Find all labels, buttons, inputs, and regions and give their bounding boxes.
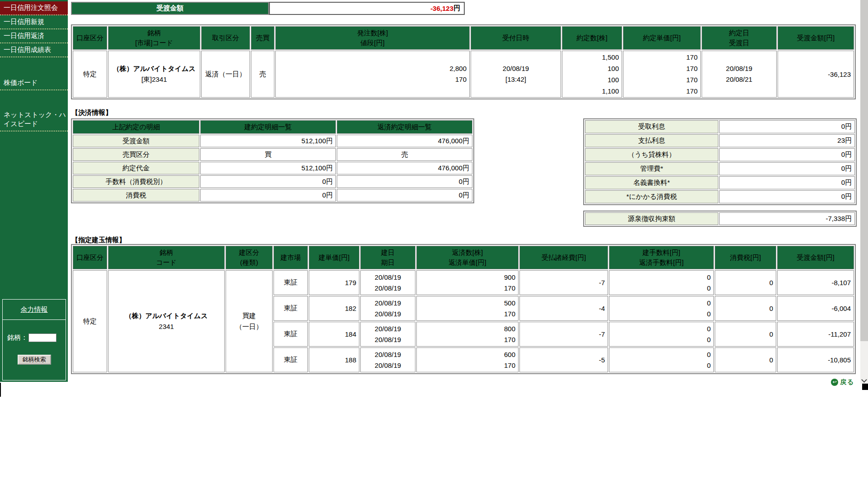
vertical-scrollbar[interactable] [860, 0, 868, 384]
margin-power-box: 余力情報 銘柄： 銘柄検索 [2, 299, 66, 380]
symbol-search-button[interactable]: 銘柄検索 [18, 355, 51, 365]
sidebar-item-label: 株価ボード [4, 79, 38, 86]
cell-open-type: 買建 （一日） [226, 270, 273, 372]
col-header-account: 口座区分 [73, 26, 107, 50]
table-row: *にかかる消費税 0円 [585, 190, 855, 203]
order-table-header-row: 口座区分 銘柄 [市場]コード 取引区分 売買 発注数[株] 値段[円] 受付日… [73, 26, 854, 50]
sidebar-item-stock-board[interactable]: 株価ボード [0, 76, 68, 90]
sidebar-item-label: 一日信用新規 [4, 18, 44, 25]
return-arrow-icon: ↩ [831, 379, 838, 386]
sidebar-item-label: 一日信用成績表 [4, 46, 51, 53]
settlement-amount-number: -36,123 [430, 5, 453, 12]
settlement-section-title: 【決済情報】 [71, 108, 112, 117]
table-row: 売買区分 買 売 [73, 148, 472, 161]
cell-account: 特定 [73, 270, 107, 372]
symbol-label: 銘柄： [7, 333, 28, 342]
sidebar-item-day-margin-repay[interactable]: 一日信用返済 [0, 29, 68, 43]
cell-side: 売 [251, 51, 274, 98]
cell-accepted: 20/08/19 [13:42] [471, 51, 561, 98]
col-header-trade-type: 取引区分 [201, 26, 250, 50]
margin-power-link[interactable]: 余力情報 [21, 305, 48, 313]
col-header-dates: 約定日 受渡日 [702, 26, 777, 50]
cell-order-qty: 2,800 170 [275, 51, 470, 98]
col-header-order-qty: 発注数[株] 値段[円] [275, 26, 470, 50]
sidebar: 一日信用注文照会 一日信用新規 一日信用返済 一日信用成績表 株価ボード ネット… [0, 0, 68, 382]
settlement-header-row: 上記約定の明細 建約定明細一覧 返済約定明細一覧 [73, 120, 472, 134]
settlement-header-label: 上記約定の明細 [73, 120, 199, 134]
window-edge-artifact [0, 383, 1, 397]
sidebar-item-label: 一日信用返済 [4, 32, 44, 39]
table-row: （うち貸株料） 0円 [585, 148, 855, 161]
interest-fee-table: 受取利息 0円 支払利息 23円 （うち貸株料） 0円 管理費* 0円 名義書換… [583, 118, 857, 205]
scrollbar-thumb[interactable] [860, 0, 868, 341]
col-header-symbol: 銘柄 [市場]コード [108, 26, 200, 50]
sidebar-item-label: 一日信用注文照会 [4, 4, 58, 11]
window-corner-artifact [862, 384, 868, 390]
table-row: 源泉徴収拘束額 -7,338円 [585, 212, 855, 225]
cell-account: 特定 [73, 51, 107, 98]
settlement-amount-header: 受渡金額 [71, 2, 269, 15]
sidebar-item-day-margin-new[interactable]: 一日信用新規 [0, 15, 68, 29]
order-table-row: 特定 （株）アルバイトタイムス [東]2341 返済（一日） 売 2,800 1… [73, 51, 854, 98]
cell-trade-type: 返済（一日） [201, 51, 250, 98]
col-header-amount: 受渡金額[円] [778, 26, 854, 50]
margin-power-title: 余力情報 [3, 300, 66, 320]
settlement-amount-value: -36,123円 [269, 2, 465, 15]
sidebar-item-day-margin-order-inquiry[interactable]: 一日信用注文照会 [0, 1, 68, 15]
table-row: 受取利息 0円 [585, 120, 855, 133]
settlement-open-header: 建約定明細一覧 [200, 120, 336, 134]
withholding-table: 源泉徴収拘束額 -7,338円 [583, 211, 857, 227]
symbol-input-row: 銘柄： [7, 333, 66, 342]
order-inquiry-table: 口座区分 銘柄 [市場]コード 取引区分 売買 発注数[株] 値段[円] 受付日… [71, 24, 856, 99]
withholding-label: 源泉徴収拘束額 [585, 212, 718, 225]
col-header-side: 売買 [251, 26, 274, 50]
table-row: 消費税 0円 0円 [73, 189, 472, 202]
positions-header-row: 口座区分 銘柄 コード 建区分 (種類) 建市場 建単価[円] 建日 期日 返済… [73, 246, 854, 269]
table-row: 支払利息 23円 [585, 134, 855, 147]
cell-symbol: （株）アルバイトタイムス [東]2341 [108, 51, 200, 98]
sidebar-item-label: ネットストック・ハイスピード [4, 111, 66, 127]
back-link[interactable]: ↩ 戻る [831, 378, 854, 386]
cell-symbol: （株）アルバイトタイムス 2341 [108, 270, 225, 372]
table-row: 管理費* 0円 [585, 162, 855, 175]
withholding-value: -7,338円 [719, 212, 855, 225]
positions-table: 口座区分 銘柄 コード 建区分 (種類) 建市場 建単価[円] 建日 期日 返済… [71, 244, 856, 374]
col-header-filled-qty: 約定数[株] [562, 26, 622, 50]
cell-amount: -36,123 [778, 51, 854, 98]
sidebar-item-netstock-highspeed[interactable]: ネットストック・ハイスピード [0, 108, 68, 131]
position-row: 特定 （株）アルバイトタイムス 2341 買建 （一日） 東証 179 20/0… [73, 270, 854, 295]
symbol-input[interactable] [28, 333, 57, 342]
cell-filled-qty: 1,500 100 100 1,100 [562, 51, 622, 98]
table-row: 名義書換料* 0円 [585, 176, 855, 189]
table-row: 受渡金額 512,100円 476,000円 [73, 135, 472, 147]
col-header-fill-price: 約定単価[円] [623, 26, 701, 50]
col-header-accepted: 受付日時 [471, 26, 561, 50]
back-link-label: 戻る [840, 378, 854, 386]
cell-dates: 20/08/19 20/08/21 [702, 51, 777, 98]
sidebar-item-day-margin-results[interactable]: 一日信用成績表 [0, 43, 68, 57]
chevron-down-icon[interactable] [862, 378, 866, 382]
settlement-amount-unit: 円 [453, 4, 460, 13]
page: 一日信用注文照会 一日信用新規 一日信用返済 一日信用成績表 株価ボード ネット… [0, 0, 868, 488]
table-row: 手数料（消費税別） 0円 0円 [73, 175, 472, 188]
settlement-close-header: 返済約定明細一覧 [337, 120, 472, 134]
sidebar-nav: 一日信用注文照会 一日信用新規 一日信用返済 一日信用成績表 株価ボード ネット… [0, 0, 68, 131]
positions-section-title: 【指定建玉情報】 [71, 236, 126, 244]
table-row: 約定代金 512,100円 476,000円 [73, 162, 472, 174]
settlement-detail-table: 上記約定の明細 建約定明細一覧 返済約定明細一覧 受渡金額 512,100円 4… [71, 118, 474, 203]
cell-fill-prices: 170 170 170 170 [623, 51, 701, 98]
